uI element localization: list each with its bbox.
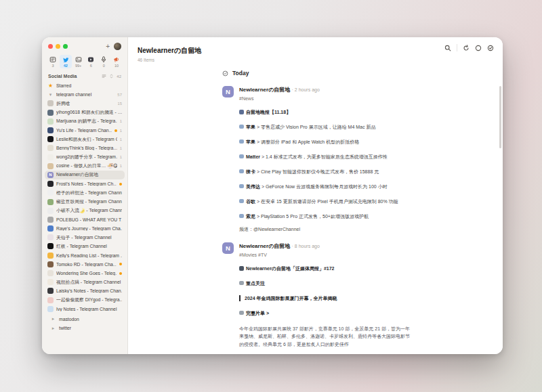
sidebar-item-channel[interactable]: Wondering She Goes - Teleg… xyxy=(45,269,125,278)
category-tab[interactable]: 99+ xyxy=(72,55,85,68)
sidebar-item-channel[interactable]: Frost's Notes - Telegram Ch… xyxy=(45,179,125,188)
channel-avatar xyxy=(47,208,54,214)
channel-label: POLEBUG - WHAT ARE YOU T… xyxy=(56,217,122,222)
sidebar-item-channel[interactable]: 天仙子 - Telegram Channel xyxy=(45,233,125,242)
channel-avatar xyxy=(47,243,54,249)
category-tab[interactable]: 3 xyxy=(47,55,59,68)
post-author[interactable]: Newlearnerの自留地 xyxy=(239,87,290,93)
user-avatar[interactable] xyxy=(114,43,121,50)
star-icon: ★ xyxy=(47,83,54,89)
sidebar-item-channel[interactable]: Kelly's Reading List - Telegram … xyxy=(45,251,125,260)
sidebar-item-channel[interactable]: 一起偷偷观察 DIYgod - Telegra… xyxy=(45,296,125,305)
sidebar-item-channel[interactable]: 椒盐豆豉周报 - Telegram Chann… xyxy=(45,197,125,206)
sidebar-item-channel[interactable]: yihong0618 和朋友们的频道 - … xyxy=(45,108,125,117)
sidebar-group-telegram-channel[interactable]: ▾ telegram channel 57 xyxy=(45,90,125,99)
sidebar-item-channel[interactable]: Marijuana 的躺平志 - Telegra… 1 xyxy=(45,117,125,126)
add-feed-button[interactable]: + xyxy=(106,43,110,50)
channel-label: Ivy Notes - Telegram Channel xyxy=(56,307,122,311)
category-tab[interactable]: 10 xyxy=(110,55,123,68)
post-tags[interactable]: #News xyxy=(239,96,482,101)
sidebar-item-channel[interactable]: BennyThink's Blog - Telegra… 1 xyxy=(45,144,125,152)
channel-label: Tomoko RD - Telegram Cha… xyxy=(56,262,117,267)
channel-label: yihong0618 和朋友们的频道 - … xyxy=(56,109,122,116)
videos-icon xyxy=(87,56,94,63)
bullet-icon xyxy=(239,139,244,144)
category-tab[interactable]: 0 xyxy=(98,55,110,68)
sidebar-item-channel[interactable]: POLEBUG - WHAT ARE YOU T… xyxy=(45,215,125,224)
sidebar-item-channel[interactable]: Laisky's Notes - Telegram Chan… xyxy=(45,286,125,295)
sidebar-item-channel[interactable]: Tomoko RD - Telegram Cha… xyxy=(45,260,125,269)
sidebar-item-channel[interactable]: 小破不入流🌛 - Telegram Chann… xyxy=(45,206,125,215)
feed-title: Newlearnerの自留地 xyxy=(138,46,493,56)
feed-list: ★ Starred ▾ telegram channel 57 折腾啥 15 xyxy=(42,81,127,354)
channel-avatar xyxy=(47,190,54,196)
post-footer-channel[interactable]: 频道：@NewlearnerChannel xyxy=(239,226,482,233)
window-controls xyxy=(48,44,68,49)
sidebar-item-channel[interactable]: wong2的随手分享 - Telegram… 1 xyxy=(45,153,125,162)
channel-avatar xyxy=(47,145,54,151)
sidebar-item-channel[interactable]: N Newlearnerの自留地 xyxy=(45,171,125,179)
post-tags[interactable]: #Movies #TV xyxy=(239,253,482,257)
pictures-icon xyxy=(75,56,82,63)
scrollbar[interactable] xyxy=(499,86,501,148)
unread-filter-icon[interactable] xyxy=(475,45,482,51)
line-heading: 谷歌 xyxy=(246,199,255,204)
line-text: > PlayStation 5 Pro 正式发售，50+款增强版游戏护航 xyxy=(255,214,369,219)
category-tab-count: 42 xyxy=(64,64,68,68)
channel-avatar xyxy=(47,100,54,106)
collapsed-groups: ▸ mastodon ▸ twitter xyxy=(45,313,125,338)
sidebar-group-collapsed[interactable]: ▸ twitter xyxy=(47,324,122,332)
line-link[interactable]: 完整片单 > xyxy=(246,311,269,315)
post-line: 苹果 > 调整部分 iPad 和 Apple Watch 机型的折抵价格 xyxy=(239,139,482,145)
post-timestamp: 8 hours ago xyxy=(292,244,320,248)
sidebar-item-channel[interactable]: Yu's Life - Telegram Chan… 1 xyxy=(45,126,125,135)
sidebar: + 3 42 99+ 6 0 xyxy=(42,37,128,354)
channel-unread-count: 1 xyxy=(120,129,122,133)
sidebar-item-channel[interactable]: 橙子的碎想法 - Telegram Chann… xyxy=(45,188,125,197)
unread-dot xyxy=(119,263,122,265)
sidebar-item-starred[interactable]: ★ Starred xyxy=(45,81,125,90)
feed-post[interactable]: N Newlearnerの自留地 2 hours ago #News 自留地晚报… xyxy=(222,86,482,233)
check-circle-icon[interactable] xyxy=(222,70,228,77)
section-unread-count: 42 xyxy=(117,74,121,79)
zoom-window-button[interactable] xyxy=(63,44,68,49)
category-tab[interactable]: 6 xyxy=(85,55,97,68)
channel-label: Raye's Journey - Telegram Cha… xyxy=(56,226,122,231)
bullet-icon xyxy=(239,311,244,315)
bullet-icon xyxy=(239,199,244,204)
line-heading: 2024 年金鸡国际影展厦门开幕，全片单揭晓 xyxy=(245,296,337,301)
sidebar-item-channel[interactable]: 红板 - Telegram Channel xyxy=(45,242,125,251)
post-line: 自留地晚报【11.18】 xyxy=(239,109,482,115)
channel-unread-count: 1 xyxy=(120,146,122,150)
mark-all-read-icon[interactable] xyxy=(487,45,494,51)
search-icon[interactable] xyxy=(444,45,451,51)
line-heading: Newlearnerの自留地「泛媒体周报」#172 xyxy=(246,266,334,271)
bullet-icon xyxy=(239,281,244,286)
line-heading: 自留地晚报【11.18】 xyxy=(246,110,291,114)
channel-items: 折腾啥 15 yihong0618 和朋友们的频道 - … Marijuana … xyxy=(45,99,125,313)
channel-avatar xyxy=(47,136,54,142)
minimize-window-button[interactable] xyxy=(56,44,60,49)
post-avatar: N xyxy=(222,86,234,97)
refresh-icon[interactable] xyxy=(463,45,470,51)
bullet-icon xyxy=(239,184,244,189)
sidebar-item-channel[interactable]: cosine - 做饭人的日常… 🍜😋 1 xyxy=(45,162,125,171)
category-tab[interactable]: 42 xyxy=(60,55,72,68)
new-folder-icon[interactable] xyxy=(102,74,106,79)
post-line: 2024 年金鸡国际影展厦门开幕，全片单揭晓 xyxy=(239,295,482,301)
sidebar-item-channel[interactable]: 视想拾点辑 - Telegram Channel xyxy=(45,278,125,286)
sidebar-group-collapsed[interactable]: ▸ mastodon xyxy=(47,315,122,324)
close-window-button[interactable] xyxy=(48,44,53,49)
sidebar-item-channel[interactable]: Ivy Notes - Telegram Channel xyxy=(45,305,125,313)
bullet-icon xyxy=(239,125,244,129)
line-text: > GeForce Now 云游戏服务将限制每月游戏时长为 100 小时 xyxy=(260,184,388,189)
feed-scroll-area[interactable]: Today N Newlearnerの自留地 2 hours ago #News xyxy=(128,64,503,354)
post-author[interactable]: Newlearnerの自留地 xyxy=(239,243,290,249)
feed-post[interactable]: N Newlearnerの自留地 8 hours ago #Movies #TV… xyxy=(222,242,482,354)
sidebar-item-channel[interactable]: 折腾啥 15 xyxy=(45,99,125,108)
sidebar-item-channel[interactable]: Leslie和朋友友们 - Telegram Ch… 1 xyxy=(45,135,125,144)
sidebar-item-channel[interactable]: Raye's Journey - Telegram Cha… xyxy=(45,224,125,233)
channel-unread-count: 1 xyxy=(120,164,122,168)
section-title: Social Media xyxy=(48,74,77,79)
collapse-all-icon[interactable] xyxy=(109,74,114,79)
